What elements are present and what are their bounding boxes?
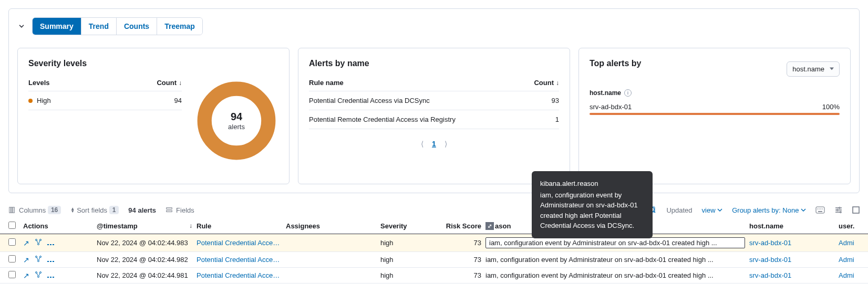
cell-rule[interactable]: Potential Credential Acces... — [197, 256, 286, 264]
tooltip-text: iam, configuration event by Administrate… — [540, 190, 644, 231]
cell-user[interactable]: Admi — [839, 239, 860, 247]
tab-row: Summary Trend Counts Treemap — [17, 17, 851, 35]
col-risk[interactable]: Risk Score — [443, 222, 485, 230]
svg-point-12 — [822, 208, 823, 209]
analyze-icon[interactable] — [35, 271, 42, 280]
cell-user[interactable]: Admi — [839, 271, 860, 279]
rule-row-count: 1 — [555, 116, 559, 123]
col-actions[interactable]: Actions — [23, 222, 97, 230]
table-row: ↗ Nov 22, 2024 @ 04:02:44.983 Potential … — [0, 234, 868, 252]
col-user[interactable]: user. — [839, 222, 860, 230]
settings-icon[interactable] — [834, 206, 843, 214]
pager-current[interactable]: 1 — [432, 140, 436, 148]
severity-count-header[interactable]: Count↓ — [157, 79, 182, 87]
cell-user[interactable]: Admi — [839, 256, 860, 264]
more-icon[interactable] — [47, 256, 55, 264]
updated-label: Updated — [666, 206, 692, 214]
reason-tooltip-anchor[interactable]: iam, configuration event by Administrate… — [485, 237, 745, 248]
tooltip-field: kibana.alert.reason — [540, 178, 644, 189]
tab-counts[interactable]: Counts — [117, 18, 157, 35]
cell-host[interactable]: srv-ad-bdx-01 — [749, 239, 839, 247]
row-checkbox[interactable] — [8, 271, 16, 278]
view-dropdown[interactable]: view — [702, 206, 723, 214]
expand-icon[interactable]: ↗ — [23, 271, 29, 280]
severity-row-count: 94 — [174, 97, 182, 104]
row-checkbox[interactable] — [8, 255, 16, 262]
analyze-icon[interactable] — [35, 255, 42, 264]
more-icon[interactable] — [47, 271, 55, 280]
more-icon[interactable] — [47, 239, 55, 247]
svg-rect-5 — [167, 211, 172, 212]
cell-severity: high — [380, 239, 443, 247]
top-alerts-row: srv-ad-bdx-01 100% — [590, 103, 840, 111]
severity-levels-header[interactable]: Levels — [28, 79, 49, 87]
cell-reason: iam, configuration event by Administrate… — [485, 237, 749, 248]
table-row: ↗ Nov 22, 2024 @ 04:02:44.981 Potential … — [0, 268, 868, 284]
severity-title: Severity levels — [28, 59, 278, 68]
rule-row: Potential Remote Credential Access via R… — [309, 110, 559, 129]
collapse-chevron-icon[interactable] — [17, 22, 26, 30]
alerts-by-name-card: Alerts by name Rule name Count↓ Potentia… — [298, 48, 570, 184]
rule-row-name: Potential Remote Credential Access via R… — [309, 116, 456, 123]
svg-rect-29 — [53, 261, 54, 262]
col-timestamp[interactable]: @timestamp↓ — [97, 222, 197, 230]
alerts-table: Actions @timestamp↓ Rule Assignees Sever… — [0, 218, 868, 284]
svg-rect-22 — [50, 244, 51, 245]
reason-tooltip: kibana.alert.reason iam, configuration e… — [532, 171, 653, 238]
fields-button[interactable]: Fields — [166, 206, 194, 214]
table-toolbar: Columns 16 ▲▼ Sort fields 1 94 alerts Fi… — [0, 202, 868, 218]
svg-rect-8 — [816, 207, 824, 213]
select-all-checkbox[interactable] — [8, 222, 16, 229]
top-alerts-select[interactable]: host.name — [787, 61, 840, 77]
cell-risk: 73 — [443, 256, 485, 264]
rule-row: Potential Credential Access via DCSync 9… — [309, 91, 559, 110]
svg-rect-28 — [50, 261, 51, 262]
svg-point-20 — [38, 244, 39, 245]
cell-timestamp: Nov 22, 2024 @ 04:02:44.981 — [97, 271, 197, 279]
analyze-icon[interactable] — [35, 238, 42, 247]
cell-rule[interactable]: Potential Credential Acces... — [197, 239, 286, 247]
top-alerts-host: srv-ad-bdx-01 — [590, 103, 632, 111]
cell-host[interactable]: srv-ad-bdx-01 — [749, 256, 839, 264]
svg-rect-4 — [167, 208, 172, 209]
severity-row: High 94 — [28, 91, 182, 110]
group-alerts-dropdown[interactable]: Group alerts by: None — [732, 206, 806, 214]
sort-fields-button[interactable]: ▲▼ Sort fields 1 — [70, 206, 119, 214]
info-icon[interactable]: i — [624, 89, 632, 97]
rule-count-header[interactable]: Count↓ — [534, 79, 559, 87]
row-checkbox[interactable] — [8, 238, 16, 246]
fullscreen-icon[interactable] — [852, 206, 860, 214]
expand-handle-icon[interactable]: ⤢ — [485, 222, 494, 230]
tab-trend[interactable]: Trend — [81, 18, 117, 35]
pager-prev-icon[interactable]: ⟨ — [421, 140, 423, 148]
top-alerts-title: Top alerts by — [590, 59, 641, 68]
cell-severity: high — [380, 271, 443, 279]
cell-risk: 73 — [443, 271, 485, 279]
cell-risk: 73 — [443, 239, 485, 247]
cell-severity: high — [380, 256, 443, 264]
svg-point-11 — [820, 208, 821, 209]
pager-next-icon[interactable]: ⟩ — [445, 140, 447, 148]
columns-button[interactable]: Columns 16 — [8, 206, 61, 214]
expand-icon[interactable]: ↗ — [23, 256, 29, 264]
expand-icon[interactable]: ↗ — [23, 239, 29, 247]
donut-value: 94 — [231, 111, 242, 123]
svg-rect-13 — [818, 211, 822, 212]
svg-point-26 — [38, 260, 39, 262]
cell-host[interactable]: srv-ad-bdx-01 — [749, 271, 839, 279]
svg-rect-2 — [11, 207, 13, 213]
tab-summary[interactable]: Summary — [33, 18, 81, 35]
col-host[interactable]: host.name — [749, 222, 839, 230]
keyboard-icon[interactable] — [815, 206, 825, 214]
svg-rect-33 — [47, 277, 49, 278]
cell-rule[interactable]: Potential Credential Acces... — [197, 271, 286, 279]
col-severity[interactable]: Severity — [380, 222, 443, 230]
col-rule[interactable]: Rule — [197, 222, 286, 230]
col-assignees[interactable]: Assignees — [286, 222, 380, 230]
tab-pill-group: Summary Trend Counts Treemap — [32, 17, 203, 35]
svg-point-10 — [819, 208, 820, 209]
svg-rect-35 — [53, 277, 54, 278]
cell-reason: iam, configuration event by Administrate… — [485, 271, 749, 279]
tab-treemap[interactable]: Treemap — [157, 18, 202, 35]
rule-name-header[interactable]: Rule name — [309, 79, 344, 87]
